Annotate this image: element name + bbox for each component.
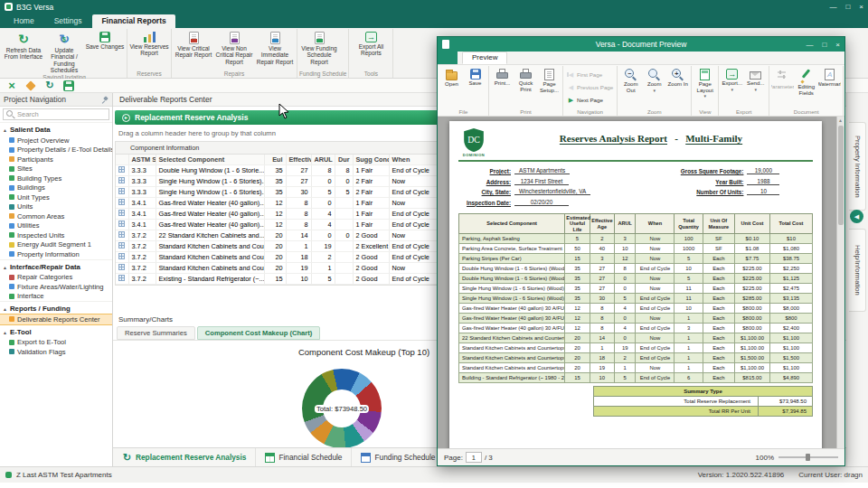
sidebar-item-project-overview[interactable]: Project Overview bbox=[0, 136, 112, 145]
page-layout-button[interactable]: Page Layout▾ bbox=[693, 67, 716, 108]
view-non-critical-repair-report-button[interactable]: View Non Critical Repair Report bbox=[214, 30, 254, 70]
tab-replacement-reserve-analysis[interactable]: Replacement Reserve Analysis bbox=[113, 448, 256, 466]
page-number-input[interactable]: 1 bbox=[466, 452, 482, 463]
maximize-icon[interactable]: □ bbox=[845, 3, 850, 11]
refresh-data-from-interface-button[interactable]: Refresh Data From Interface bbox=[4, 30, 43, 73]
sidebar-item-inspected-units[interactable]: Inspected Units bbox=[0, 230, 112, 240]
tab-financial-schedule[interactable]: Financial Schedule bbox=[256, 448, 352, 466]
minimize-icon[interactable]: — bbox=[829, 3, 836, 11]
tab-preview[interactable]: Preview bbox=[462, 52, 507, 64]
sidebar-section-reports-funding[interactable]: Reports / Funding bbox=[0, 301, 112, 314]
year-built-label: Year Built: bbox=[660, 179, 743, 185]
editing-fields-button[interactable]: Editing Fields bbox=[795, 67, 817, 108]
expand-icon bbox=[122, 114, 130, 122]
sidebar-item-buildings[interactable]: Buildings bbox=[0, 183, 112, 193]
view-reserves-report-button[interactable]: View Reserves Report bbox=[129, 30, 169, 70]
sidebar-item-building-types[interactable]: Building Types bbox=[0, 174, 112, 183]
zoom-slider-thumb[interactable] bbox=[806, 454, 810, 461]
column-header-arul[interactable]: ARUL bbox=[311, 155, 335, 165]
pin-icon[interactable] bbox=[100, 96, 108, 104]
save-changes-button[interactable]: Save Changes bbox=[85, 30, 125, 73]
column-header-eul[interactable]: Eul bbox=[264, 155, 286, 165]
row-detail-icon[interactable] bbox=[118, 199, 125, 205]
row-detail-icon[interactable] bbox=[118, 188, 125, 194]
sidebar-item-fixture-areas-water-lighting[interactable]: Fixture Areas/Water/Lighting bbox=[0, 282, 112, 292]
column-header-dur[interactable]: Dur bbox=[335, 155, 353, 165]
search-input[interactable]: Search bbox=[3, 108, 109, 120]
tab-financial-reports[interactable]: Financial Reports bbox=[92, 14, 175, 28]
sidebar-item-utilities[interactable]: Utilities bbox=[0, 221, 112, 231]
column-header-astm-section[interactable]: ASTM Section bbox=[128, 155, 156, 165]
sidebar-item-validation-flags[interactable]: Validation Flags bbox=[0, 347, 112, 357]
maximize-icon[interactable]: □ bbox=[822, 41, 826, 49]
sidebar-item-energy-audit-segment-1[interactable]: Energy Audit Segment 1 bbox=[0, 240, 112, 250]
previous-page-button[interactable]: Previous Page bbox=[565, 81, 615, 93]
close-icon[interactable]: × bbox=[859, 3, 863, 11]
scrollbar-thumb[interactable] bbox=[838, 126, 844, 225]
next-page-button[interactable]: Next Page bbox=[565, 94, 615, 106]
minimize-icon[interactable]: — bbox=[806, 41, 813, 49]
vertical-scrollbar[interactable] bbox=[836, 117, 844, 448]
sidebar-item-deliverable-reports-center[interactable]: Deliverable Reports Center bbox=[0, 314, 112, 324]
save-button[interactable] bbox=[63, 80, 74, 91]
parameters-button[interactable]: Parameters bbox=[771, 67, 794, 108]
send-button[interactable]: Send...▾ bbox=[744, 67, 767, 108]
column-header-sugg-cond[interactable]: Sugg Cond bbox=[353, 155, 389, 165]
view-immediate-repair-report-button[interactable]: View Immediate Repair Report bbox=[255, 30, 295, 70]
row-detail-icon[interactable] bbox=[118, 264, 125, 270]
column-header-effective-age[interactable]: Effective Age bbox=[286, 155, 311, 165]
open-button[interactable]: Open bbox=[440, 67, 463, 108]
row-detail-icon[interactable] bbox=[118, 242, 125, 249]
watermark-button[interactable]: Watermark bbox=[818, 67, 841, 108]
zoom-slider[interactable] bbox=[778, 456, 838, 458]
tab-funding-schedule[interactable]: Funding Schedule bbox=[352, 448, 445, 466]
app-menu-button[interactable] bbox=[438, 51, 458, 64]
sidebar-item-common-areas[interactable]: Common Areas bbox=[0, 211, 112, 221]
view-funding-schedule-report-button[interactable]: View Funding Schedule Report bbox=[299, 30, 339, 70]
quick-print-button[interactable]: Quick Print bbox=[514, 67, 537, 108]
sidebar-section-interface-repair-data[interactable]: Interface/Repair Data bbox=[0, 259, 112, 273]
row-detail-icon[interactable] bbox=[118, 253, 125, 259]
page-setup-button[interactable]: Page Setup... bbox=[538, 67, 561, 108]
tab-component-cost-makeup[interactable]: Component Cost Makeup (Chart) bbox=[197, 326, 321, 340]
sidebar-item-units[interactable]: Units bbox=[0, 202, 112, 212]
tab-settings[interactable]: Settings bbox=[45, 14, 91, 28]
export-all-reports-button[interactable]: Export All Reports bbox=[351, 30, 391, 70]
zoom-button[interactable]: Zoom▾ bbox=[643, 67, 665, 108]
sidebar-item-property-details-e-tool-details[interactable]: Property Details / E-Tool Details bbox=[0, 145, 112, 155]
clear-button[interactable] bbox=[5, 79, 19, 93]
warning-button[interactable] bbox=[25, 80, 36, 91]
first-page-button[interactable]: First Page bbox=[565, 69, 615, 80]
sidebar-section-e-tool[interactable]: E-Tool bbox=[0, 324, 112, 338]
tab-property-information[interactable]: Property Information bbox=[849, 122, 866, 211]
sidebar-item-repair-categories[interactable]: Repair Categories bbox=[0, 273, 112, 283]
row-detail-icon[interactable] bbox=[118, 177, 125, 183]
row-detail-icon[interactable] bbox=[118, 210, 125, 216]
sidebar-item-sites[interactable]: Sites bbox=[0, 164, 112, 174]
close-icon[interactable]: × bbox=[835, 41, 840, 49]
sidebar-item-property-information[interactable]: Property Information bbox=[0, 249, 112, 259]
sidebar-item-export-to-e-tool[interactable]: Export to E-Tool bbox=[0, 338, 112, 348]
view-critical-repair-report-button[interactable]: View Critical Repair Report bbox=[174, 30, 213, 70]
tab-reserve-summaries[interactable]: Reserve Summaries bbox=[117, 326, 195, 340]
sidebar-section-salient-data[interactable]: Salient Data bbox=[0, 122, 112, 136]
zoom-in-button[interactable]: Zoom In bbox=[666, 67, 689, 108]
refresh-button[interactable] bbox=[42, 79, 57, 93]
row-detail-icon[interactable] bbox=[118, 166, 125, 173]
zoom-out-button[interactable]: Zoom Out bbox=[619, 67, 642, 108]
tab-help-information[interactable]: Help/Information bbox=[849, 229, 866, 312]
sidebar-item-interface[interactable]: Interface bbox=[0, 292, 112, 302]
dock-flyout-button[interactable]: ◀ bbox=[850, 210, 863, 223]
update-financial-funding-schedules-button[interactable]: Update Financial / Funding Schedules bbox=[44, 30, 84, 73]
export-button[interactable]: Export...▾ bbox=[721, 67, 743, 108]
num-units-value: 10 bbox=[747, 188, 779, 195]
sidebar-item-unit-types[interactable]: Unit Types bbox=[0, 192, 112, 202]
save-button[interactable]: Save bbox=[464, 67, 486, 108]
row-detail-icon[interactable] bbox=[118, 221, 125, 227]
row-detail-icon[interactable] bbox=[118, 231, 125, 238]
print-button[interactable]: Print... bbox=[491, 67, 514, 108]
sidebar-item-participants[interactable]: Participants bbox=[0, 155, 112, 164]
column-header-selected-component[interactable]: Selected Component bbox=[156, 155, 264, 165]
row-detail-icon[interactable] bbox=[118, 275, 125, 281]
tab-home[interactable]: Home bbox=[5, 14, 43, 28]
